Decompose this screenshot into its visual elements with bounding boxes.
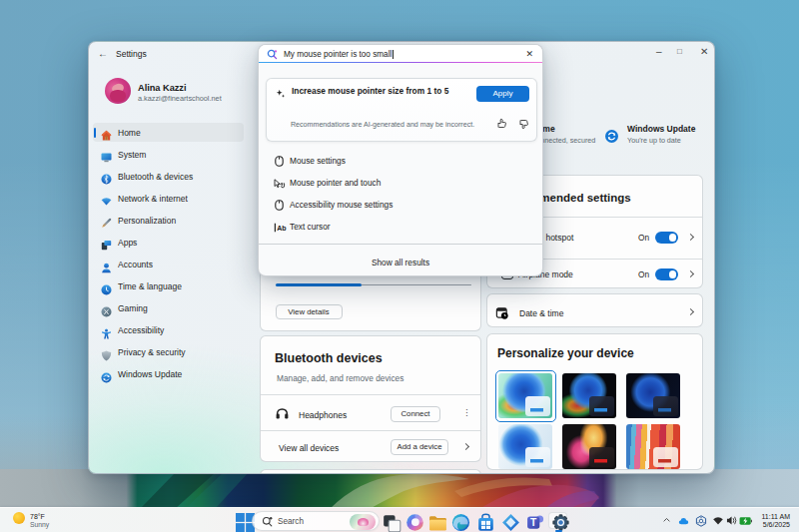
svg-text:T: T [530, 517, 537, 528]
svg-text:Ab: Ab [277, 224, 286, 231]
